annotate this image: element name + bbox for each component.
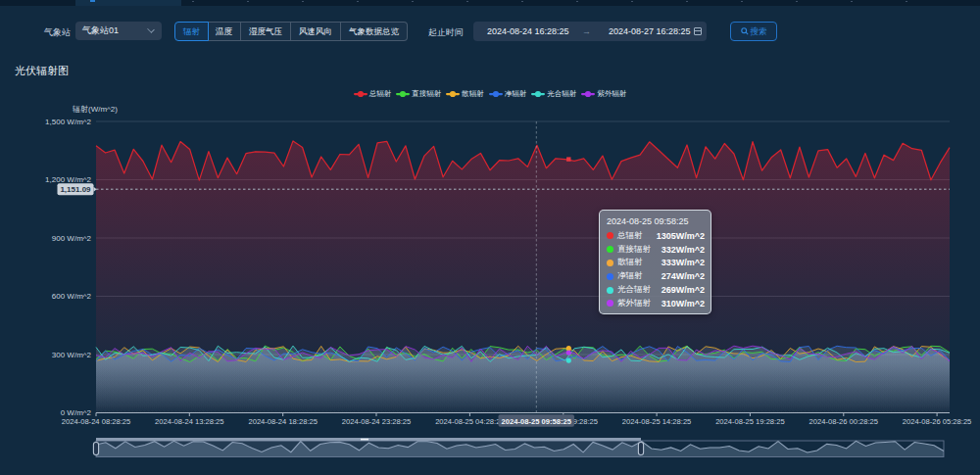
svg-text:2024-08-25 19:28:25: 2024-08-25 19:28:25 (715, 417, 785, 426)
svg-text:600 W/m^2: 600 W/m^2 (52, 292, 92, 301)
svg-text:1,200 W/m^2: 1,200 W/m^2 (45, 175, 91, 184)
svg-text:2024-08-25 14:28:25: 2024-08-25 14:28:25 (622, 417, 692, 426)
svg-text:2024-08-24 23:28:25: 2024-08-24 23:28:25 (342, 417, 412, 426)
svg-text:辐射(W/m^2): 辐射(W/m^2) (72, 105, 118, 114)
svg-text:300 W/m^2: 300 W/m^2 (52, 351, 92, 359)
svg-text:1,151.09: 1,151.09 (60, 185, 91, 194)
svg-text:2024-08-25 09:58:25: 2024-08-25 09:58:25 (502, 417, 572, 426)
svg-text:2024-08-26 00:28:25: 2024-08-26 00:28:25 (809, 417, 879, 426)
svg-text:2024-08-26 05:28:25: 2024-08-26 05:28:25 (903, 417, 972, 426)
svg-text:2024-08-24 08:28:25: 2024-08-24 08:28:25 (62, 417, 131, 426)
svg-text:1,500 W/m^2: 1,500 W/m^2 (45, 118, 91, 126)
svg-text:2024-08-24 13:28:25: 2024-08-24 13:28:25 (155, 417, 224, 426)
svg-text:900 W/m^2: 900 W/m^2 (52, 234, 92, 243)
svg-text:2024-08-25 04:28:25: 2024-08-25 04:28:25 (435, 417, 505, 426)
svg-text:2024-08-24 18:28:25: 2024-08-24 18:28:25 (248, 417, 318, 426)
